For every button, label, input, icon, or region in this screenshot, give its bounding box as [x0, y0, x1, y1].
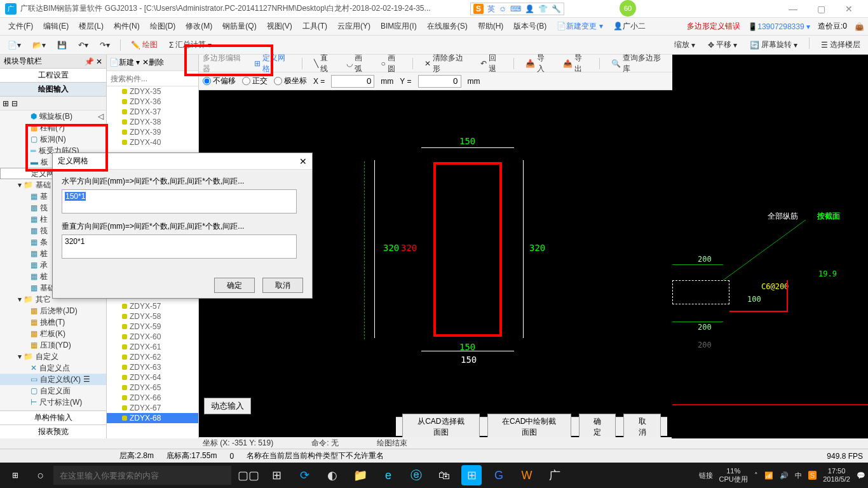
cpu-meter[interactable]: 11%CPU使用 [719, 467, 748, 484]
menu-online[interactable]: 在线服务(S) [423, 19, 472, 34]
radio-ortho[interactable]: 正交 [242, 76, 268, 86]
list-item[interactable]: ZDYX-35 [107, 86, 198, 97]
app-icon-blue[interactable]: ⊞ [461, 465, 482, 485]
menu-floor[interactable]: 楼层(L) [74, 19, 108, 34]
canvas-ok-button[interactable]: 确定 [579, 414, 616, 440]
tray-s-icon[interactable]: S [808, 471, 817, 480]
components-search[interactable] [107, 71, 198, 86]
app-icon-4[interactable]: 📁 [347, 463, 374, 488]
list-item[interactable]: ZDYX-39 [107, 127, 198, 137]
tree-qt-3[interactable]: ▦压顶(YD) [0, 339, 106, 351]
tray-ime-icon[interactable]: 中 [795, 471, 802, 480]
expand-all-icon[interactable]: ⊞ [3, 99, 9, 108]
dialog-cancel-button[interactable]: 取消 [262, 278, 303, 293]
list-item[interactable]: ZDYX-36 [107, 97, 198, 107]
menu-file[interactable]: 文件(F) [4, 19, 37, 34]
dialog-ok-button[interactable]: 确定 [214, 278, 255, 293]
list-item[interactable]: ZDYX-66 [107, 393, 198, 403]
x-input[interactable] [331, 75, 374, 88]
menu-draw[interactable]: 绘图(D) [146, 19, 180, 34]
draw-button[interactable]: ✏️绘图 [127, 37, 161, 52]
ime-user-icon[interactable]: 👤 [525, 4, 534, 13]
collapse-all-icon[interactable]: ⊟ [11, 99, 18, 108]
select-floor-button[interactable]: ☰ 选择楼层 [817, 37, 864, 52]
h-spacing-input[interactable]: 150*1 [62, 189, 297, 214]
redo-button[interactable]: ↷▾ [96, 39, 114, 51]
list-item[interactable]: ZDYX-68 [107, 413, 198, 423]
tab-report-preview[interactable]: 报表预览 [0, 424, 106, 438]
ime-lang[interactable]: 英 [487, 4, 495, 15]
menu-rebar[interactable]: 钢筋量(Q) [218, 19, 261, 34]
list-item[interactable]: ZDYX-40 [107, 137, 198, 147]
tree-column-cap[interactable]: ▦柱帽(?) [0, 122, 106, 133]
tab-draw-input[interactable]: 绘图输入 [0, 83, 106, 97]
store-icon[interactable]: 🛍 [431, 463, 458, 488]
dialog-close-button[interactable]: ✕ [299, 156, 307, 166]
tree-custom[interactable]: ▾ 📁自定义 [0, 351, 106, 362]
taskbar-search[interactable] [53, 466, 231, 485]
app-icon-wps[interactable]: W [513, 463, 540, 488]
cortana-icon[interactable]: ○ [29, 463, 52, 488]
list-item[interactable]: ZDYX-65 [107, 383, 198, 393]
list-item[interactable]: ZDYX-64 [107, 372, 198, 383]
undo-button[interactable]: ↶▾ [74, 39, 92, 51]
list-item[interactable]: ZDYX-61 [107, 342, 198, 352]
close-button[interactable]: ✕ [835, 0, 863, 18]
delete-component-button[interactable]: ✕删除 [142, 57, 164, 68]
ie-icon[interactable]: ⓔ [403, 463, 430, 488]
task-view-icon[interactable]: ▢▢ [235, 463, 262, 488]
tray-up-icon[interactable]: ˄ [754, 471, 758, 480]
menu-modify[interactable]: 修改(M) [181, 19, 217, 34]
minimize-button[interactable]: — [779, 0, 807, 18]
list-item[interactable]: ZDYX-59 [107, 322, 198, 332]
tree-zdy-1[interactable]: ▭自定义线(X)☰ [0, 374, 106, 385]
radio-polar[interactable]: 极坐标 [274, 76, 307, 86]
save-button[interactable]: 💾 [53, 39, 71, 51]
pan-button[interactable]: ✥ 平移 ▾ [704, 37, 741, 52]
list-item[interactable]: ZDYX-60 [107, 332, 198, 342]
tree-qt-2[interactable]: ▦栏板(K) [0, 328, 106, 339]
list-item[interactable]: ZDYX-38 [107, 117, 198, 127]
tree-spiral-slab[interactable]: ⬢螺旋板(B)◁ [0, 111, 106, 122]
v-spacing-input[interactable]: 320*1 [62, 234, 297, 259]
ime-mic-icon[interactable]: ☺ [499, 4, 506, 13]
canvas-cancel-button[interactable]: 取消 [623, 414, 661, 440]
list-item[interactable]: ZDYX-57 [107, 301, 198, 311]
tree-zdy-3[interactable]: ⊢尺寸标注(W) [0, 396, 106, 408]
ime-kbd-icon[interactable]: ⌨ [510, 4, 521, 13]
in-cad-button[interactable]: 在CAD中绘制截面图 [487, 414, 571, 440]
ime-toolbar[interactable]: S 英 ☺ ⌨ 👤 👕 🔧 [470, 3, 564, 15]
menu-user[interactable]: 👤广小二 [609, 19, 650, 34]
ime-tool-icon[interactable]: 🔧 [552, 4, 561, 13]
y-input[interactable] [418, 75, 461, 88]
new-component-button[interactable]: 📄新建 ▾ [109, 57, 140, 68]
menu-component[interactable]: 构件(N) [109, 19, 144, 34]
dynamic-input-button[interactable]: 动态输入 [204, 398, 251, 414]
menu-help[interactable]: 帮助(H) [473, 19, 508, 34]
menu-bim[interactable]: BIM应用(I) [376, 19, 421, 34]
phone-number[interactable]: 📱13907298339 ▾ [748, 22, 810, 31]
clock[interactable]: 17:502018/5/2 [823, 467, 850, 484]
list-item[interactable]: ZDYX-37 [107, 107, 198, 117]
menu-cloud[interactable]: 云应用(Y) [333, 19, 375, 34]
list-item[interactable]: ZDYX-63 [107, 362, 198, 372]
app-icon-ggj[interactable]: 广 [541, 463, 568, 488]
pin-icon[interactable]: 📌 ✕ [85, 57, 102, 66]
start-button[interactable]: ⊞ [3, 463, 28, 488]
menu-tool[interactable]: 工具(T) [298, 19, 332, 34]
link-label[interactable]: 链接 [699, 471, 713, 480]
tree-qt-0[interactable]: ▦后浇带(JD) [0, 305, 106, 316]
edge-icon[interactable]: e [375, 463, 402, 488]
menu-view[interactable]: 视图(V) [262, 19, 297, 34]
app-icon-1[interactable]: ⊞ [263, 463, 290, 488]
tree-slab-hole[interactable]: ▢板洞(N) [0, 133, 106, 145]
new-doc-button[interactable]: 📄▾ [4, 39, 25, 51]
tree-zdy-2[interactable]: ▢自定义面 [0, 385, 106, 396]
menu-new-change[interactable]: 📄新建变更 ▾ [552, 19, 607, 34]
tree-zdy-0[interactable]: ✕自定义点 [0, 362, 106, 374]
tray-volume-icon[interactable]: 🔊 [780, 471, 789, 480]
ime-shirt-icon[interactable]: 👕 [538, 4, 548, 13]
app-icon-2[interactable]: ⟳ [291, 463, 318, 488]
tray-wifi-icon[interactable]: 📶 [764, 471, 773, 480]
menu-edit[interactable]: 编辑(E) [39, 19, 73, 34]
